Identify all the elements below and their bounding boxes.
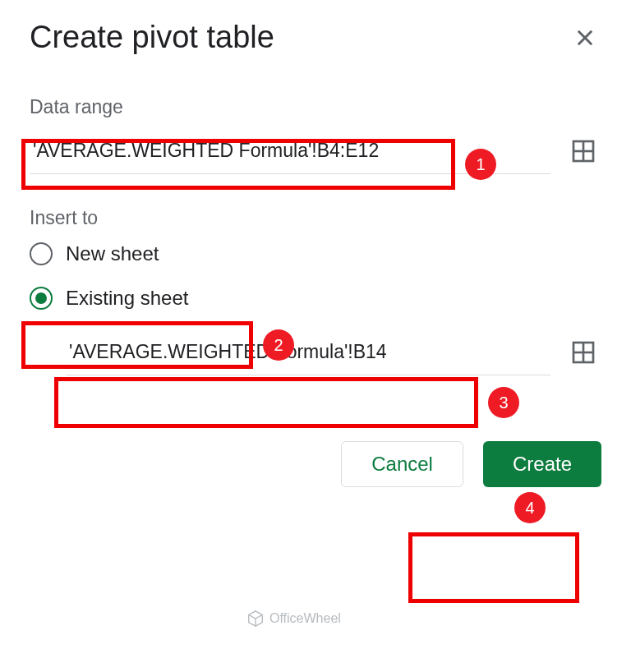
radio-dot	[35, 292, 47, 304]
existing-target-input[interactable]	[66, 329, 550, 375]
cancel-button[interactable]: Cancel	[341, 441, 463, 487]
annotation-badge-4: 4	[514, 492, 546, 523]
annotation-box-3	[54, 377, 478, 428]
radio-existing-sheet[interactable]: Existing sheet	[30, 283, 601, 313]
close-icon	[573, 26, 596, 49]
radio-new-sheet[interactable]: New sheet	[30, 239, 601, 269]
new-sheet-label: New sheet	[66, 242, 159, 265]
annotation-box-4	[408, 532, 579, 603]
create-button[interactable]: Create	[483, 441, 601, 487]
data-range-label: Data range	[30, 96, 601, 118]
select-range-button[interactable]	[565, 133, 601, 169]
annotation-badge-3: 3	[488, 387, 519, 418]
insert-to-label: Insert to	[30, 207, 601, 229]
grid-icon	[570, 138, 596, 164]
data-range-input[interactable]	[30, 128, 550, 174]
existing-sheet-label: Existing sheet	[66, 287, 188, 310]
watermark: OfficeWheel	[246, 610, 341, 628]
select-target-button[interactable]	[565, 334, 601, 371]
watermark-icon	[246, 610, 265, 628]
dialog-title: Create pivot table	[30, 20, 274, 55]
radio-circle-selected	[30, 287, 53, 310]
radio-circle-unselected	[30, 242, 53, 265]
grid-icon	[570, 339, 596, 366]
svg-marker-8	[249, 611, 263, 626]
close-button[interactable]	[569, 21, 601, 54]
